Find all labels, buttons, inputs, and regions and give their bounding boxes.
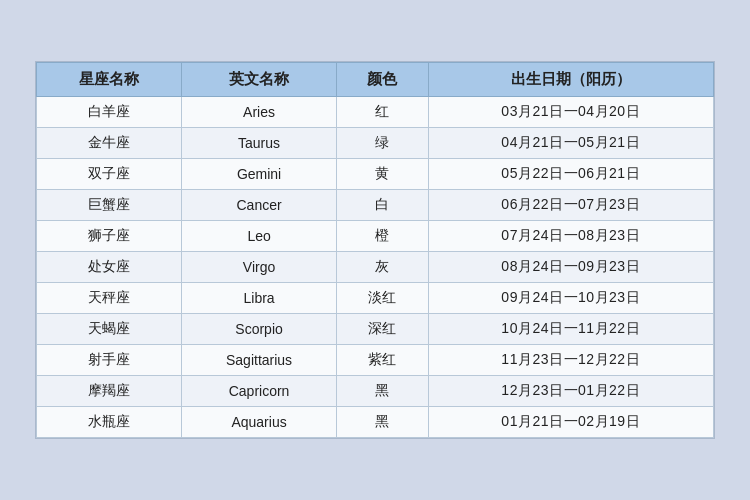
cell-color: 灰 <box>337 252 428 283</box>
table-row: 水瓶座Aquarius黑01月21日一02月19日 <box>37 407 714 438</box>
cell-english-name: Aries <box>181 97 337 128</box>
cell-dates: 05月22日一06月21日 <box>428 159 713 190</box>
cell-english-name: Gemini <box>181 159 337 190</box>
cell-chinese-name: 天蝎座 <box>37 314 182 345</box>
cell-dates: 08月24日一09月23日 <box>428 252 713 283</box>
cell-dates: 12月23日一01月22日 <box>428 376 713 407</box>
table-row: 白羊座Aries红03月21日一04月20日 <box>37 97 714 128</box>
cell-color: 紫红 <box>337 345 428 376</box>
cell-color: 黄 <box>337 159 428 190</box>
cell-color: 深红 <box>337 314 428 345</box>
cell-dates: 06月22日一07月23日 <box>428 190 713 221</box>
header-chinese-name: 星座名称 <box>37 63 182 97</box>
table-row: 处女座Virgo灰08月24日一09月23日 <box>37 252 714 283</box>
header-dates: 出生日期（阳历） <box>428 63 713 97</box>
table-row: 金牛座Taurus绿04月21日一05月21日 <box>37 128 714 159</box>
zodiac-table: 星座名称 英文名称 颜色 出生日期（阳历） 白羊座Aries红03月21日一04… <box>36 62 714 438</box>
cell-english-name: Libra <box>181 283 337 314</box>
table-header-row: 星座名称 英文名称 颜色 出生日期（阳历） <box>37 63 714 97</box>
cell-chinese-name: 水瓶座 <box>37 407 182 438</box>
cell-english-name: Sagittarius <box>181 345 337 376</box>
table-row: 巨蟹座Cancer白06月22日一07月23日 <box>37 190 714 221</box>
cell-chinese-name: 白羊座 <box>37 97 182 128</box>
cell-color: 绿 <box>337 128 428 159</box>
cell-english-name: Capricorn <box>181 376 337 407</box>
cell-color: 红 <box>337 97 428 128</box>
cell-dates: 01月21日一02月19日 <box>428 407 713 438</box>
table-row: 摩羯座Capricorn黑12月23日一01月22日 <box>37 376 714 407</box>
cell-dates: 04月21日一05月21日 <box>428 128 713 159</box>
table-row: 天蝎座Scorpio深红10月24日一11月22日 <box>37 314 714 345</box>
cell-chinese-name: 金牛座 <box>37 128 182 159</box>
cell-color: 橙 <box>337 221 428 252</box>
header-english-name: 英文名称 <box>181 63 337 97</box>
cell-chinese-name: 处女座 <box>37 252 182 283</box>
cell-chinese-name: 双子座 <box>37 159 182 190</box>
cell-chinese-name: 射手座 <box>37 345 182 376</box>
cell-color: 黑 <box>337 376 428 407</box>
cell-dates: 10月24日一11月22日 <box>428 314 713 345</box>
zodiac-table-container: 星座名称 英文名称 颜色 出生日期（阳历） 白羊座Aries红03月21日一04… <box>35 61 715 439</box>
cell-chinese-name: 巨蟹座 <box>37 190 182 221</box>
cell-chinese-name: 天秤座 <box>37 283 182 314</box>
cell-english-name: Leo <box>181 221 337 252</box>
table-row: 狮子座Leo橙07月24日一08月23日 <box>37 221 714 252</box>
cell-english-name: Virgo <box>181 252 337 283</box>
cell-color: 淡红 <box>337 283 428 314</box>
cell-english-name: Taurus <box>181 128 337 159</box>
cell-chinese-name: 摩羯座 <box>37 376 182 407</box>
cell-dates: 11月23日一12月22日 <box>428 345 713 376</box>
cell-english-name: Cancer <box>181 190 337 221</box>
cell-dates: 03月21日一04月20日 <box>428 97 713 128</box>
table-row: 射手座Sagittarius紫红11月23日一12月22日 <box>37 345 714 376</box>
cell-dates: 07月24日一08月23日 <box>428 221 713 252</box>
table-row: 双子座Gemini黄05月22日一06月21日 <box>37 159 714 190</box>
table-body: 白羊座Aries红03月21日一04月20日金牛座Taurus绿04月21日一0… <box>37 97 714 438</box>
table-row: 天秤座Libra淡红09月24日一10月23日 <box>37 283 714 314</box>
cell-chinese-name: 狮子座 <box>37 221 182 252</box>
cell-english-name: Aquarius <box>181 407 337 438</box>
cell-english-name: Scorpio <box>181 314 337 345</box>
header-color: 颜色 <box>337 63 428 97</box>
cell-color: 黑 <box>337 407 428 438</box>
cell-color: 白 <box>337 190 428 221</box>
cell-dates: 09月24日一10月23日 <box>428 283 713 314</box>
